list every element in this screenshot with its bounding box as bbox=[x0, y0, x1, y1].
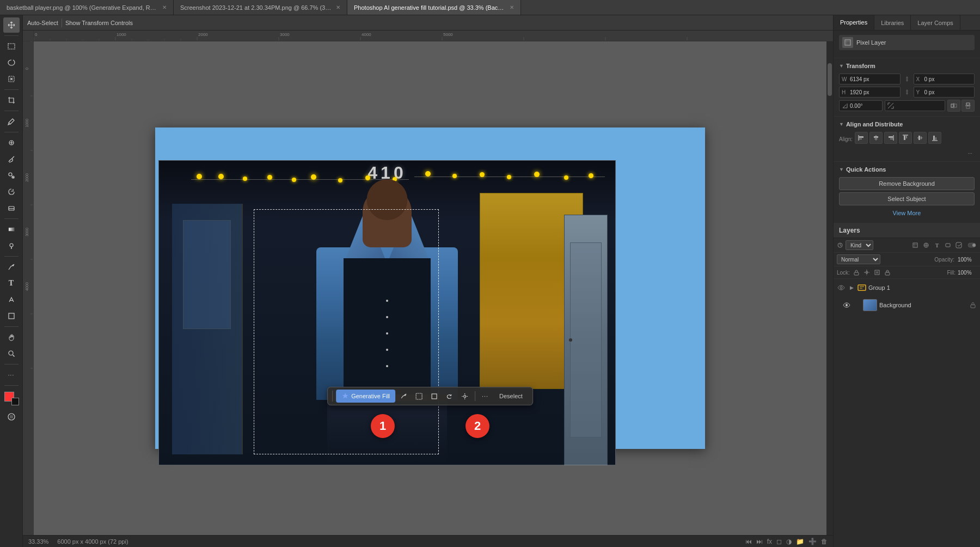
tool-sep-3 bbox=[4, 111, 19, 111]
history-brush-tool[interactable] bbox=[3, 184, 20, 199]
filter-adj-icon[interactable] bbox=[921, 240, 931, 250]
tab-close-2[interactable]: ✕ bbox=[336, 4, 340, 10]
vertical-scrollbar[interactable] bbox=[826, 41, 833, 535]
layer-expand-group1[interactable]: ▶ bbox=[848, 284, 855, 291]
more-tools[interactable]: ··· bbox=[3, 367, 20, 382]
dodge-tool[interactable] bbox=[3, 238, 20, 253]
lock-position-icon[interactable] bbox=[862, 268, 871, 277]
svg-rect-68 bbox=[890, 138, 893, 139]
lasso-tool[interactable] bbox=[3, 55, 20, 70]
select-subject-button[interactable]: Select Subject bbox=[839, 192, 975, 205]
svg-rect-91 bbox=[886, 271, 889, 272]
layer-item-group1[interactable]: ▶ Group 1 bbox=[834, 279, 980, 296]
tab-basketball-player[interactable]: basketball player.png @ 100% (Generative… bbox=[0, 0, 174, 15]
generative-fill-button[interactable]: Generative Fill bbox=[336, 390, 395, 403]
delete-layer-btn[interactable]: 🗑 bbox=[821, 538, 828, 545]
more-options-link[interactable]: ··· bbox=[839, 149, 975, 157]
layer-item-background[interactable]: Background bbox=[834, 296, 980, 314]
blend-mode-select[interactable]: Normal bbox=[837, 254, 880, 264]
filter-smart-icon[interactable] bbox=[954, 240, 964, 250]
timeline-btn[interactable]: ⏮ bbox=[745, 538, 752, 545]
eyedropper-tool[interactable] bbox=[3, 114, 20, 129]
filter-icon bbox=[837, 242, 843, 248]
mask-btn[interactable]: ◻ bbox=[776, 538, 782, 545]
align-top-btn[interactable] bbox=[899, 132, 912, 144]
eraser-tool[interactable] bbox=[3, 200, 20, 216]
remove-background-button[interactable]: Remove Background bbox=[839, 177, 975, 190]
spot-heal-tool[interactable] bbox=[3, 135, 20, 150]
status-btn2[interactable]: ⏭ bbox=[756, 538, 763, 545]
ctx-select-tool[interactable] bbox=[413, 390, 426, 403]
ctx-pen-tool[interactable] bbox=[397, 390, 411, 403]
svg-rect-58 bbox=[966, 103, 970, 105]
quick-mask-btn[interactable] bbox=[3, 409, 20, 424]
tab-tutorial[interactable]: Photoshop AI generative fill tutorial.ps… bbox=[347, 0, 521, 15]
ctx-settings[interactable] bbox=[458, 390, 471, 403]
filter-pixel-icon[interactable] bbox=[910, 240, 920, 250]
transform-x-label: X bbox=[916, 76, 923, 82]
transform-x-field[interactable]: X 0 px bbox=[914, 74, 975, 84]
filter-toggle[interactable] bbox=[967, 240, 977, 250]
ctx-more-options[interactable]: ··· bbox=[479, 390, 492, 403]
select-marquee-tool[interactable] bbox=[3, 39, 20, 54]
tab-screenshot[interactable]: Screenshot 2023-12-21 at 2.30.34PM.png @… bbox=[174, 0, 347, 15]
transform-link-icon-2[interactable] bbox=[903, 87, 911, 98]
hand-tool[interactable] bbox=[3, 330, 20, 345]
ctx-rotate-tool[interactable] bbox=[443, 390, 456, 403]
fx-btn[interactable]: fx bbox=[767, 538, 772, 545]
transform-y-field[interactable]: Y 0 px bbox=[914, 87, 975, 98]
tab-libraries[interactable]: Libraries bbox=[874, 15, 911, 30]
canvas-document[interactable]: 410 bbox=[34, 41, 826, 535]
layer-visibility-group1[interactable] bbox=[837, 283, 846, 292]
move-tool[interactable] bbox=[3, 17, 20, 33]
pixel-layer-row: Pixel Layer bbox=[839, 35, 975, 50]
quick-actions-header[interactable]: ▼ Quick Actions bbox=[839, 166, 975, 173]
filter-type-icon[interactable]: T bbox=[932, 240, 942, 250]
layers-kind-select[interactable]: Kind bbox=[846, 240, 873, 250]
tab-properties[interactable]: Properties bbox=[834, 15, 874, 30]
align-center-h-btn[interactable] bbox=[869, 132, 883, 144]
text-tool[interactable]: T bbox=[3, 276, 20, 291]
crop-tool[interactable] bbox=[3, 93, 20, 108]
tab-layer-comps[interactable]: Layer Comps bbox=[911, 15, 960, 30]
transform-header[interactable]: ▼ Transform bbox=[839, 63, 975, 69]
deselect-button[interactable]: Deselect bbox=[494, 391, 528, 402]
pen-tool[interactable] bbox=[3, 259, 20, 275]
flip-v-btn[interactable] bbox=[961, 100, 975, 112]
lock-transparent-icon[interactable] bbox=[852, 268, 861, 277]
transform-scale-field[interactable] bbox=[885, 100, 945, 111]
opt-item-1[interactable]: Auto-Select bbox=[27, 20, 58, 26]
tab-close-3[interactable]: ✕ bbox=[510, 4, 514, 10]
transform-angle-field[interactable]: 0.00° bbox=[839, 100, 883, 111]
background-color[interactable] bbox=[11, 398, 19, 405]
clone-stamp-tool[interactable] bbox=[3, 168, 20, 183]
transform-h-field[interactable]: H 1920 px bbox=[839, 87, 901, 98]
filter-shape-icon[interactable] bbox=[943, 240, 953, 250]
canvas-scroll[interactable]: 0 1000 2000 3000 4000 bbox=[23, 41, 833, 535]
align-center-v-btn[interactable] bbox=[914, 132, 927, 144]
lock-all-icon[interactable] bbox=[883, 268, 892, 277]
adj-btn[interactable]: ◑ bbox=[786, 538, 792, 545]
flip-h-btn[interactable] bbox=[947, 100, 960, 112]
path-select-tool[interactable] bbox=[3, 292, 20, 307]
zoom-tool[interactable] bbox=[3, 346, 20, 361]
align-header[interactable]: ▼ Align and Distribute bbox=[839, 121, 975, 127]
lock-artboard-icon[interactable] bbox=[873, 268, 881, 277]
tab-close-1[interactable]: ✕ bbox=[162, 4, 167, 10]
align-bottom-btn[interactable] bbox=[928, 132, 941, 144]
shape-tool[interactable] bbox=[3, 308, 20, 324]
object-select-tool[interactable] bbox=[3, 71, 20, 87]
align-left-btn[interactable] bbox=[855, 132, 868, 144]
gradient-tool[interactable] bbox=[3, 222, 20, 237]
opt-item-2[interactable]: Show Transform Controls bbox=[65, 20, 133, 26]
transform-link-icon[interactable] bbox=[903, 74, 911, 84]
layer-visibility-bg[interactable] bbox=[842, 301, 851, 309]
view-more-link[interactable]: View More bbox=[839, 208, 975, 218]
folder-btn[interactable]: 📁 bbox=[796, 538, 804, 545]
align-right-btn[interactable] bbox=[884, 132, 897, 144]
new-layer-btn[interactable]: ➕ bbox=[808, 538, 817, 545]
brush-tool[interactable] bbox=[3, 151, 20, 167]
foreground-background-colors[interactable] bbox=[3, 391, 20, 406]
ctx-crop-tool[interactable] bbox=[428, 390, 441, 403]
transform-w-field[interactable]: W 6134 px bbox=[839, 74, 901, 84]
